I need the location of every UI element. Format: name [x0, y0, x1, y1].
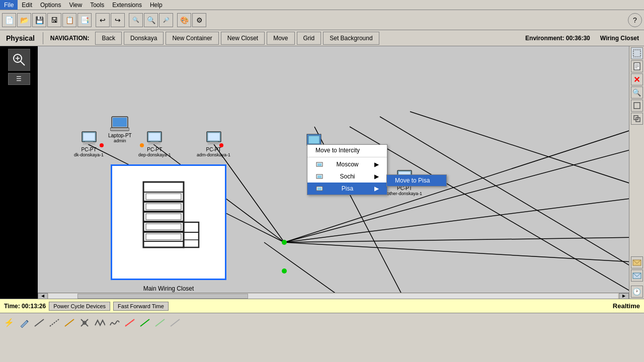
ctx-divider-1 [307, 157, 387, 157]
svg-rect-37 [208, 133, 220, 141]
move-button[interactable]: Move [267, 32, 294, 45]
new-container-button[interactable]: New Container [166, 32, 218, 45]
time-display: Time: 00:13:26 [4, 303, 46, 310]
bt-cross[interactable] [77, 316, 92, 330]
back-button[interactable]: Back [95, 32, 122, 45]
fast-forward-button[interactable]: Fast Forward Time [113, 302, 169, 311]
zoom-in-button[interactable]: 🔍 [144, 13, 158, 27]
undo-button[interactable]: ↩ [96, 13, 110, 27]
bt-dashed-line[interactable] [47, 316, 61, 330]
grid-button[interactable]: Grid [297, 32, 321, 45]
bt-lightning[interactable]: ⚡ [2, 316, 16, 330]
statusbar: Time: 00:13:26 Power Cycle Devices Fast … [0, 299, 644, 313]
menu-edit[interactable]: Edit [18, 0, 36, 10]
save-smart-button[interactable]: 🖫 [47, 13, 61, 27]
sochi-arrow: ▶ [374, 173, 379, 180]
bt-straight-line[interactable] [32, 316, 46, 330]
help-button[interactable]: ? [628, 13, 642, 27]
moscow-arrow: ▶ [374, 161, 379, 168]
redo-button[interactable]: ↪ [111, 13, 125, 27]
bt-light-line[interactable] [153, 316, 167, 330]
mail-out-icon[interactable] [631, 256, 643, 268]
red-x-icon[interactable]: ✕ [631, 73, 643, 85]
canvas-scrollbar[interactable]: ◀ ▶ [38, 293, 629, 299]
bt-green-line[interactable] [138, 316, 152, 330]
palette-button[interactable]: 🎨 [177, 13, 191, 27]
zoom-in-small-button[interactable]: 🔍 [129, 13, 143, 27]
bt-pencil[interactable] [17, 316, 31, 330]
ctx-sochi[interactable]: Sochi ▶ [307, 170, 387, 183]
svg-line-84 [155, 319, 165, 326]
time-icon[interactable]: 🕐 [631, 286, 643, 298]
activity-button[interactable]: 📋 [62, 13, 76, 27]
svg-rect-59 [317, 163, 321, 166]
ctx-moscow[interactable]: Moscow ▶ [307, 158, 387, 170]
ctx-move-intercity[interactable]: Move to Intercity [307, 145, 387, 156]
save-button[interactable]: 💾 [32, 13, 46, 27]
svg-rect-38 [210, 142, 218, 143]
svg-line-81 [125, 319, 134, 326]
svg-rect-63 [317, 188, 321, 190]
svg-rect-31 [110, 128, 129, 131]
svg-point-20 [282, 240, 287, 245]
toolbar: 📄 📂 💾 🖫 📋 📑 ↩ ↪ 🔍 🔍 🔎 🎨 ⚙ ? [0, 10, 644, 30]
menu-options[interactable]: Options [36, 0, 65, 10]
mail-in-icon[interactable] [631, 269, 643, 282]
set-background-button[interactable]: Set Background [323, 32, 379, 45]
svg-rect-33 [148, 133, 160, 141]
bt-zigzag[interactable] [93, 316, 107, 330]
note-icon[interactable] [631, 60, 643, 72]
navbar: Physical NAVIGATION: Back Donskaya New C… [0, 30, 644, 46]
bt-wave[interactable] [108, 316, 122, 330]
bt-check-line[interactable] [123, 316, 137, 330]
svg-line-11 [284, 242, 629, 262]
bottom-toolbar: ⚡ [0, 313, 644, 332]
bt-gray-line[interactable] [168, 316, 182, 330]
menu-tools[interactable]: Tools [86, 0, 108, 10]
navigation-label: NAVIGATION: [45, 35, 95, 42]
bt-angled-line[interactable] [62, 316, 76, 330]
svg-rect-28 [83, 143, 95, 144]
device-laptop-admin[interactable]: Laptop-PT admin [108, 116, 132, 143]
svg-line-10 [284, 237, 629, 242]
template-button[interactable]: 📑 [77, 13, 92, 27]
new-button[interactable]: 📄 [2, 13, 16, 27]
select-icon[interactable] [631, 47, 643, 59]
svg-line-14 [350, 127, 629, 298]
device-pc-adm[interactable]: PC-PT adm-donskaya-1 [197, 131, 230, 157]
menu-file[interactable]: File [0, 0, 18, 10]
svg-rect-23 [307, 134, 321, 145]
magnify-icon[interactable] [8, 49, 30, 71]
power-cycle-button[interactable]: Power Cycle Devices [49, 302, 110, 311]
device-pc-dk[interactable]: PC-PT dk-donskaya-1 [74, 131, 104, 157]
ctx-pisa[interactable]: Pisa ▶ [307, 183, 387, 195]
left-panel: ☰ [0, 46, 38, 299]
zoom-icon[interactable]: 🔍 [631, 86, 643, 99]
zoom-out-button[interactable]: 🔎 [159, 13, 173, 27]
device-label1-laptop: Laptop-PT [108, 133, 132, 138]
resize-icon[interactable] [631, 113, 643, 125]
context-menu: Move to Intercity Moscow ▶ Sochi ▶ [307, 144, 387, 195]
donskaya-button[interactable]: Donskaya [124, 32, 164, 45]
device-pc-dep[interactable]: PC-PT dep-donskaya-1 [138, 131, 171, 157]
svg-rect-69 [634, 103, 640, 109]
sub-move-to-pisa[interactable]: Move to Pisa [387, 175, 446, 186]
main-wiring-closet[interactable] [111, 164, 226, 280]
menu-toggle-icon[interactable]: ☰ [8, 73, 30, 85]
device-label1: PC-PT [82, 147, 97, 152]
menu-help[interactable]: Help [146, 0, 167, 10]
device-label1-adm: PC-PT [206, 147, 221, 152]
svg-rect-27 [85, 142, 93, 143]
select2-icon[interactable] [631, 100, 643, 112]
svg-rect-64 [633, 50, 640, 57]
submenu: Move to Pisa [386, 174, 447, 187]
canvas-area[interactable]: PC-PT dk-donskaya-1 Laptop-PT admin PC-P… [38, 46, 629, 299]
physical-label: Physical [0, 32, 41, 44]
new-closet-button[interactable]: New Closet [221, 32, 265, 45]
menu-extensions[interactable]: Extensions [108, 0, 146, 10]
device-label2-laptop: admin [114, 138, 126, 143]
open-button[interactable]: 📂 [17, 13, 31, 27]
custom-device-button[interactable]: ⚙ [192, 13, 206, 27]
realtime-label: Realtime [613, 302, 640, 310]
menu-view[interactable]: View [65, 0, 86, 10]
